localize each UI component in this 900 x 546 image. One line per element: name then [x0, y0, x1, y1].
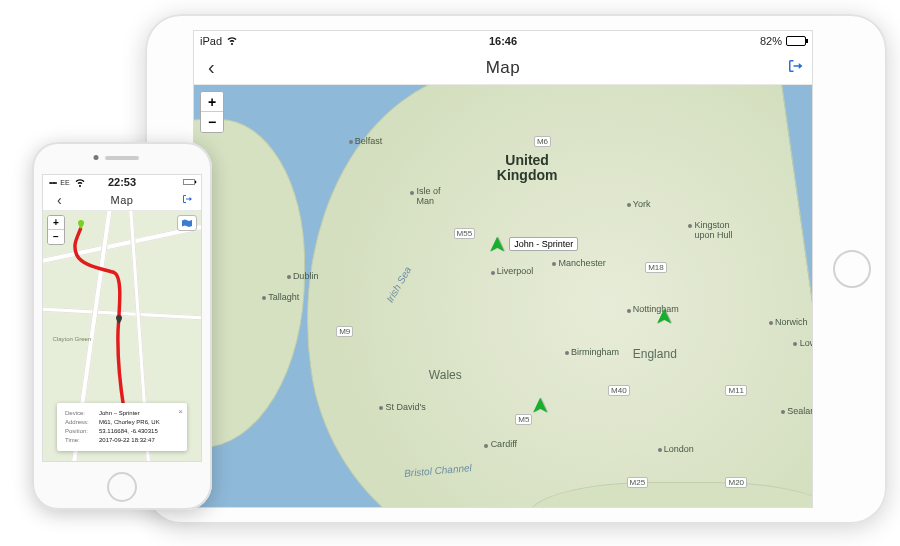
region-wales: Wales: [429, 368, 462, 382]
ipad-home-button[interactable]: [833, 250, 871, 288]
info-key: Address:: [65, 418, 95, 427]
logout-icon[interactable]: [181, 191, 193, 209]
city-label: Clayton Green: [52, 336, 91, 342]
clock: 16:46: [489, 35, 517, 47]
carrier-label: EE: [60, 179, 69, 186]
vehicle-marker[interactable]: ➤: [484, 236, 510, 254]
iphone-camera: [94, 155, 99, 160]
city-dot: [565, 351, 569, 355]
city-dot: [262, 296, 266, 300]
device-info-card: × Device: John – Sprinter Address: M61, …: [57, 403, 187, 451]
city-dot: [410, 191, 414, 195]
city-dot: [491, 271, 495, 275]
vehicle-marker[interactable]: ➤: [527, 397, 553, 415]
city-label: Liverpool: [497, 266, 534, 276]
info-value: M61, Chorley PR6, UK: [99, 418, 160, 427]
region-england: England: [633, 347, 677, 361]
city-label: Sealand: [787, 406, 812, 416]
city-label: Isle ofMan: [416, 186, 440, 206]
ipad-status-bar: iPad 16:46 82%: [194, 31, 812, 51]
info-row: Address: M61, Chorley PR6, UK: [65, 418, 179, 427]
clock: 22:53: [108, 176, 136, 188]
city-label: London: [664, 444, 694, 454]
ipad-screen: iPad 16:46 82% ‹ Map: [193, 30, 813, 508]
close-icon[interactable]: ×: [178, 406, 183, 418]
info-key: Time:: [65, 436, 95, 445]
city-dot: [627, 309, 631, 313]
info-value: 2017-09-22 18:32:47: [99, 436, 155, 445]
zoom-out-button[interactable]: −: [201, 112, 223, 132]
road-label: M18: [645, 262, 667, 273]
iphone-nav-bar: ‹ Map: [43, 189, 201, 211]
zoom-in-button[interactable]: +: [201, 92, 223, 112]
city-dot: [781, 410, 785, 414]
ipad-device-frame: iPad 16:46 82% ‹ Map: [145, 14, 887, 524]
info-row: Position: 53.116684, -6.430315: [65, 427, 179, 436]
battery-pct: 82%: [760, 35, 782, 47]
road-label: M55: [454, 228, 476, 239]
city-label: St David's: [386, 402, 426, 412]
iphone-screen: ••••• EE 22:53 ‹ Map: [42, 174, 202, 462]
back-button[interactable]: ‹: [202, 56, 221, 79]
iphone-home-button[interactable]: [107, 472, 137, 502]
landmass-britain: [272, 85, 812, 507]
vehicle-marker-label: John - Sprinter: [509, 237, 578, 251]
city-label: Dublin: [293, 271, 319, 281]
iphone-status-bar: ••••• EE 22:53: [43, 175, 201, 189]
road-label: M9: [336, 326, 353, 337]
back-button[interactable]: ‹: [51, 192, 68, 208]
info-key: Position:: [65, 427, 95, 436]
wifi-icon: [226, 34, 238, 48]
zoom-out-button[interactable]: −: [48, 230, 64, 244]
wifi-icon: [74, 176, 86, 189]
carrier-label: iPad: [200, 35, 222, 47]
city-label: Cardiff: [491, 439, 517, 449]
city-dot: [287, 275, 291, 279]
info-value: 53.116684, -6.430315: [99, 427, 158, 436]
road-label: M20: [725, 477, 747, 488]
signal-icon: •••••: [49, 179, 56, 186]
road-label: M5: [515, 414, 532, 425]
city-dot: [658, 448, 662, 452]
city-label: Lowestoft: [800, 338, 812, 348]
ipad-nav-bar: ‹ Map: [194, 51, 812, 85]
iphone-speaker: [105, 156, 139, 160]
ipad-map-canvas[interactable]: + − UnitedKingdom England Wales Irish Se…: [194, 85, 812, 507]
city-label: Kingstonupon Hull: [695, 220, 733, 240]
info-key: Device:: [65, 409, 95, 418]
city-dot: [349, 140, 353, 144]
info-row: Device: John – Sprinter: [65, 409, 179, 418]
info-row: Time: 2017-09-22 18:32:47: [65, 436, 179, 445]
logout-icon[interactable]: [786, 57, 804, 79]
iphone-map-canvas[interactable]: + − Clayton Green ×: [43, 211, 201, 461]
road-label: M11: [725, 385, 747, 396]
city-label: Belfast: [355, 136, 383, 146]
road-label: M25: [627, 477, 649, 488]
city-label: Tallaght: [268, 292, 299, 302]
iphone-device-frame: ••••• EE 22:53 ‹ Map: [32, 142, 212, 510]
battery-icon: [183, 179, 195, 185]
route-start-pin[interactable]: [75, 217, 87, 229]
vehicle-marker[interactable]: ➤: [651, 308, 677, 326]
city-label: York: [633, 199, 651, 209]
battery-icon: [786, 36, 806, 46]
city-label: Birmingham: [571, 347, 619, 357]
road-label: M6: [534, 136, 551, 147]
road-label: M40: [608, 385, 630, 396]
zoom-control: + −: [200, 91, 224, 133]
city-dot: [627, 203, 631, 207]
map-type-button[interactable]: [177, 215, 197, 231]
zoom-in-button[interactable]: +: [48, 216, 64, 230]
info-value: John – Sprinter: [99, 409, 140, 418]
page-title: Map: [194, 58, 812, 78]
zoom-control: + −: [47, 215, 65, 245]
vehicle-pin[interactable]: [113, 312, 125, 324]
city-label: Manchester: [559, 258, 606, 268]
region-uk: UnitedKingdom: [497, 153, 558, 184]
city-label: Norwich: [775, 317, 808, 327]
